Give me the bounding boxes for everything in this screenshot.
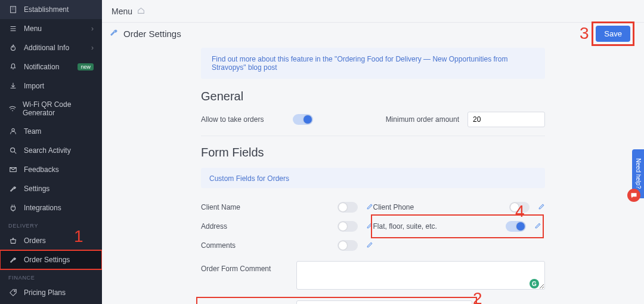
edit-icon[interactable]: [538, 202, 545, 213]
sidebar-item-label: Team: [24, 127, 41, 136]
sidebar-item-search-activity[interactable]: Search Activity: [0, 141, 102, 160]
field-address: Address: [201, 217, 373, 236]
main: Menu Order Settings Save Find out more a…: [102, 0, 644, 304]
field-label: Flat, floor, suite, etc.: [373, 222, 498, 231]
basket-icon: [8, 236, 18, 245]
sidebar-item-label: Establishment: [24, 5, 69, 14]
flat-floor-toggle[interactable]: [506, 221, 526, 232]
sidebar-item-order-settings[interactable]: Order Settings: [0, 250, 102, 269]
sidebar-item-menu[interactable]: Menu ›: [0, 19, 102, 38]
address-toggle[interactable]: [338, 221, 358, 232]
banner-prefix: Find out more about this feature in the …: [212, 55, 337, 63]
field-client-name: Client Name: [201, 198, 373, 217]
confirm-input[interactable]: [296, 300, 472, 304]
sidebar-item-label: Additional Info: [24, 44, 69, 52]
sidebar-item-label: Settings: [24, 185, 49, 193]
chat-fab[interactable]: [627, 189, 640, 202]
allow-orders-label: Allow to take orders: [201, 115, 284, 124]
sidebar-item-establishment[interactable]: Establishment: [0, 0, 102, 19]
order-form-comment-row: Order Form Comment G: [201, 261, 545, 292]
content: Find out more about this feature in the …: [112, 44, 634, 304]
field-label: Comments: [201, 241, 329, 250]
breadcrumb: Menu: [102, 0, 644, 23]
app-root: Establishment Menu › Additional Info › N…: [0, 0, 644, 304]
svg-point-2: [11, 148, 15, 152]
banner-suffix: " blog post: [243, 63, 277, 72]
annotation-3: 3: [580, 24, 589, 43]
sidebar-item-label: Notification: [24, 63, 59, 71]
divider: [201, 136, 545, 136]
comments-toggle[interactable]: [338, 240, 358, 251]
sidebar-item-settings[interactable]: Settings: [0, 179, 102, 198]
sidebar-item-pricing-plans[interactable]: Pricing Plans: [0, 283, 102, 302]
new-badge: new: [78, 63, 94, 70]
field-label: Address: [201, 222, 329, 231]
sidebar-item-notification[interactable]: Notification new: [0, 57, 102, 76]
annotation-4: 4: [515, 202, 525, 221]
user-icon: [8, 127, 18, 136]
chevron-right-icon: ›: [91, 44, 94, 52]
chevron-right-icon: ›: [91, 24, 94, 33]
svg-rect-0: [11, 7, 16, 13]
row-general: Allow to take orders Minimum order amoun…: [201, 112, 545, 127]
sidebar: Establishment Menu › Additional Info › N…: [0, 0, 102, 304]
allow-orders-toggle[interactable]: [293, 114, 313, 125]
home-icon[interactable]: [137, 7, 145, 16]
confirmation-details-row: Confirmation Details: [197, 298, 476, 304]
save-button[interactable]: Save: [596, 26, 630, 42]
custom-fields-bar: Custom Fields for Orders: [201, 168, 545, 188]
sidebar-item-label: Wi-Fi QR Code Generator: [23, 100, 94, 117]
info-banner: Find out more about this feature in the …: [201, 48, 545, 79]
min-amount-label: Minimum order amount: [376, 115, 459, 124]
field-label: Client Phone: [373, 203, 501, 211]
tag-icon: [8, 288, 18, 297]
plug-icon: [8, 203, 18, 213]
sidebar-item-additional-info[interactable]: Additional Info ›: [0, 38, 102, 57]
sidebar-item-wifi-qr[interactable]: Wi-Fi QR Code Generator: [0, 96, 102, 122]
wrench-icon: [109, 27, 119, 39]
client-name-toggle[interactable]: [338, 202, 358, 213]
section-title-general: General: [201, 90, 545, 103]
sidebar-item-label: Pricing Plans: [24, 288, 66, 297]
sidebar-item-orders[interactable]: Orders: [0, 231, 102, 250]
annotation-1: 1: [74, 227, 83, 246]
svg-point-4: [14, 291, 16, 292]
min-amount-input[interactable]: [467, 112, 545, 127]
custom-fields-link[interactable]: Custom Fields for Orders: [209, 174, 289, 183]
sidebar-item-label: Integrations: [24, 204, 61, 212]
building-icon: [8, 5, 18, 14]
sidebar-item-label: Import: [24, 82, 44, 90]
flame-icon: [8, 43, 18, 53]
sidebar-section-delivery: DELIVERY: [0, 217, 102, 231]
sidebar-item-import[interactable]: Import: [0, 76, 102, 96]
sidebar-item-integrations[interactable]: Integrations: [0, 198, 102, 217]
annotation-box-3: Save: [592, 22, 634, 46]
field-comments: Comments: [201, 236, 373, 255]
field-label: Client Name: [201, 203, 329, 211]
comment-label: Order Form Comment: [201, 261, 284, 273]
sidebar-item-label: Menu: [24, 24, 42, 33]
field-grid: Client Name Address Comments: [201, 198, 545, 255]
edit-icon[interactable]: [366, 240, 373, 251]
annotation-2: 2: [473, 289, 482, 304]
mail-icon: [8, 165, 18, 174]
grammarly-icon: G: [530, 279, 539, 288]
download-icon: [8, 81, 18, 91]
edit-icon[interactable]: [366, 221, 373, 232]
edit-icon[interactable]: [366, 202, 373, 213]
comment-textarea[interactable]: [296, 261, 545, 290]
sidebar-item-team[interactable]: Team: [0, 122, 102, 141]
sidebar-item-label: Search Activity: [24, 146, 71, 155]
section-title-formfields: Form Fields: [201, 146, 545, 159]
page-title: Order Settings: [123, 29, 587, 39]
sidebar-item-feedbacks[interactable]: Feedbacks: [0, 160, 102, 179]
confirm-label: Confirmation Details: [201, 300, 284, 304]
bell-icon: [8, 62, 18, 72]
svg-point-1: [12, 128, 14, 131]
sidebar-item-label: Order Settings: [24, 256, 70, 264]
breadcrumb-title[interactable]: Menu: [112, 7, 132, 16]
edit-icon[interactable]: [534, 221, 541, 232]
wifi-icon: [8, 104, 17, 113]
sidebar-section-finance: FINANCE: [0, 269, 102, 283]
wrench-icon: [8, 184, 18, 194]
